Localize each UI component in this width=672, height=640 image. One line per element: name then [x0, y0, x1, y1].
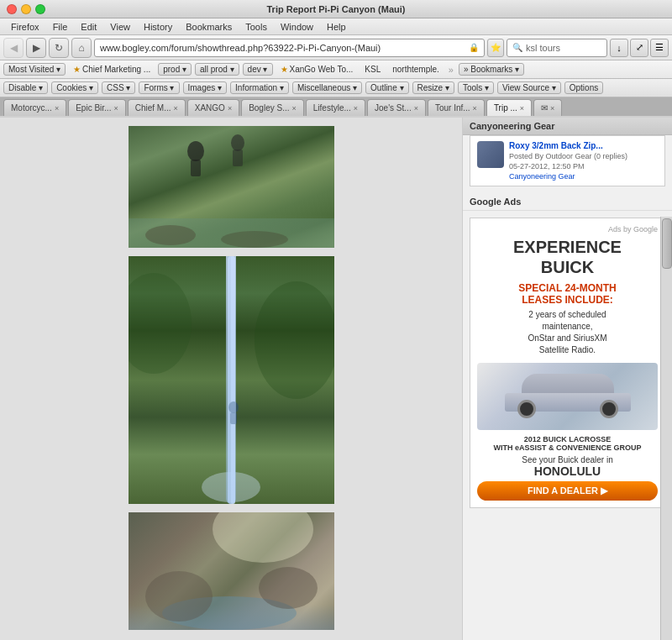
- tab-close-epic-bird[interactable]: ×: [113, 104, 118, 113]
- menu-file[interactable]: File: [47, 20, 74, 34]
- bookmark-northtemple[interactable]: northtemple.: [388, 64, 444, 75]
- menu-view[interactable]: View: [104, 20, 136, 34]
- right-sidebar: Canyoneering Gear Roxy 3/2mm Back Zip...…: [462, 118, 672, 640]
- ext-tools[interactable]: Tools ▾: [458, 81, 494, 94]
- tab-chief-m[interactable]: Chief M... ×: [128, 99, 186, 116]
- menubar: Firefox File Edit View History Bookmarks…: [0, 18, 672, 35]
- tab-trip[interactable]: Trip ... ×: [486, 99, 532, 116]
- search-box[interactable]: 🔍 ksl tours: [507, 39, 607, 57]
- window-controls[interactable]: [7, 4, 45, 14]
- menu-help[interactable]: Help: [321, 20, 352, 34]
- photo1-overlay: [129, 126, 334, 248]
- bookmark-all-prod[interactable]: all prod ▾: [195, 63, 239, 76]
- bookmark-xango-web[interactable]: ★ XanGo Web To...: [276, 64, 358, 75]
- tab-close-chief-m[interactable]: ×: [173, 104, 177, 113]
- ssl-icon: 🔒: [469, 43, 479, 52]
- gear-post-title[interactable]: Roxy 3/2mm Back Zip...: [509, 141, 658, 150]
- reload-button[interactable]: ↻: [49, 38, 69, 58]
- menu-tools[interactable]: Tools: [239, 20, 273, 34]
- tab-lifestyle[interactable]: Lifestyle... ×: [306, 99, 365, 116]
- tab-close-tour-inf[interactable]: ×: [473, 104, 477, 113]
- svg-rect-11: [230, 412, 237, 424]
- star-button[interactable]: ⭐: [487, 39, 504, 57]
- fullscreen-button[interactable]: ⤢: [630, 39, 648, 57]
- downloads-button[interactable]: ↓: [610, 39, 628, 57]
- bookmark-chief-marketing[interactable]: ★ Chief Marketing ...: [69, 64, 155, 75]
- home-button[interactable]: ⌂: [71, 38, 92, 58]
- titlebar: Trip Report Pi-Pi Canyon (Maui): [0, 0, 672, 18]
- ad-body: 2 years of scheduledmaintenance,OnStar a…: [477, 309, 658, 356]
- svg-rect-1: [191, 160, 201, 176]
- tab-close-bogley-s[interactable]: ×: [292, 104, 297, 113]
- ext-outline[interactable]: Outline ▾: [365, 81, 408, 94]
- ext-images[interactable]: Images ▾: [183, 81, 228, 94]
- car-image: [477, 363, 658, 430]
- photo2-container: [129, 256, 334, 504]
- ext-disable[interactable]: Disable ▾: [3, 81, 48, 94]
- svg-rect-3: [233, 150, 243, 166]
- search-provider-icon: 🔍: [512, 43, 522, 52]
- photo3: [129, 512, 334, 630]
- forward-button[interactable]: ▶: [26, 38, 46, 58]
- bookmarks-menu[interactable]: » Bookmarks ▾: [459, 63, 524, 76]
- ext-view-source[interactable]: View Source ▾: [497, 81, 561, 94]
- ext-miscellaneous[interactable]: Miscellaneous ▾: [292, 81, 362, 94]
- tab-close-xango[interactable]: ×: [228, 104, 232, 113]
- svg-point-16: [259, 567, 318, 609]
- bookmark-prod[interactable]: prod ▾: [158, 63, 192, 76]
- menu-bookmarks[interactable]: Bookmarks: [180, 20, 238, 34]
- bookmark-dev[interactable]: dev ▾: [243, 63, 273, 76]
- tab-motorcycle[interactable]: Motorcyc... ×: [3, 99, 66, 116]
- ad-container[interactable]: Ads by Google EXPERIENCE BUICK SPECIAL 2…: [470, 218, 665, 508]
- menu-firefox[interactable]: Firefox: [5, 20, 45, 34]
- tab-close-mail[interactable]: ×: [550, 104, 554, 113]
- tab-joes-st[interactable]: Joe's St... ×: [367, 99, 426, 116]
- close-button[interactable]: [7, 4, 17, 14]
- scrollbar-track[interactable]: [660, 217, 672, 640]
- car-wheel-right: [600, 400, 618, 418]
- svg-point-9: [202, 472, 260, 502]
- page-content: [0, 118, 462, 640]
- photo1: [129, 126, 334, 248]
- maximize-button[interactable]: [35, 4, 45, 14]
- tab-close-motorcycle[interactable]: ×: [55, 104, 59, 113]
- tab-tour-inf[interactable]: Tour Inf... ×: [428, 99, 485, 116]
- tab-close-lifestyle[interactable]: ×: [354, 104, 358, 113]
- find-dealer-button[interactable]: FIND A DEALER ▶: [477, 481, 658, 501]
- tab-xango[interactable]: XANGO ×: [187, 99, 239, 116]
- ext-information[interactable]: Information ▾: [230, 81, 289, 94]
- tab-epic-bird[interactable]: Epic Bir... ×: [68, 99, 126, 116]
- ext-options[interactable]: Options: [564, 81, 603, 94]
- menu-button[interactable]: ☰: [650, 39, 669, 57]
- svg-point-15: [145, 571, 213, 622]
- photo3-container: [129, 512, 334, 630]
- tab-close-joes-st[interactable]: ×: [414, 104, 418, 113]
- scrollbar-thumb[interactable]: [662, 218, 672, 269]
- ext-resize[interactable]: Resize ▾: [412, 81, 454, 94]
- bookmark-ksl[interactable]: KSL: [360, 64, 385, 75]
- gear-post-author: Posted By Outdoor Gear (0 replies): [509, 152, 658, 160]
- ext-cookies[interactable]: Cookies ▾: [51, 81, 98, 94]
- bookmark-icon-2: ★: [281, 65, 288, 74]
- back-button[interactable]: ◀: [3, 38, 24, 58]
- bookmark-icon: ★: [73, 65, 81, 74]
- photo2: [129, 256, 334, 504]
- address-bar[interactable]: www.bogley.com/forum/showthread.php?6392…: [94, 39, 485, 57]
- menu-history[interactable]: History: [138, 20, 178, 34]
- menu-window[interactable]: Window: [275, 20, 319, 34]
- minimize-button[interactable]: [21, 4, 31, 14]
- gear-post-item[interactable]: Roxy 3/2mm Back Zip... Posted By Outdoor…: [470, 135, 665, 186]
- gear-post-date: 05-27-2012, 12:50 PM: [509, 162, 658, 170]
- car-shape: [505, 374, 631, 420]
- tab-mail[interactable]: ✉ ×: [533, 99, 562, 116]
- menu-edit[interactable]: Edit: [75, 20, 102, 34]
- sidebar-gear-header: Canyoneering Gear: [463, 118, 672, 135]
- tab-bogley-s[interactable]: Bogley S... ×: [241, 99, 304, 116]
- most-visited-bookmark[interactable]: Most Visited ▾: [3, 63, 66, 76]
- google-ads-label: Google Ads: [463, 193, 672, 211]
- ext-forms[interactable]: Forms ▾: [139, 81, 179, 94]
- extensions-bar: Disable ▾ Cookies ▾ CSS ▾ Forms ▾ Images…: [0, 79, 672, 97]
- ext-css[interactable]: CSS ▾: [102, 81, 135, 94]
- tab-close-trip[interactable]: ×: [520, 104, 524, 113]
- ad-subtitle: SPECIAL 24-MONTHLEASES INCLUDE:: [477, 282, 658, 306]
